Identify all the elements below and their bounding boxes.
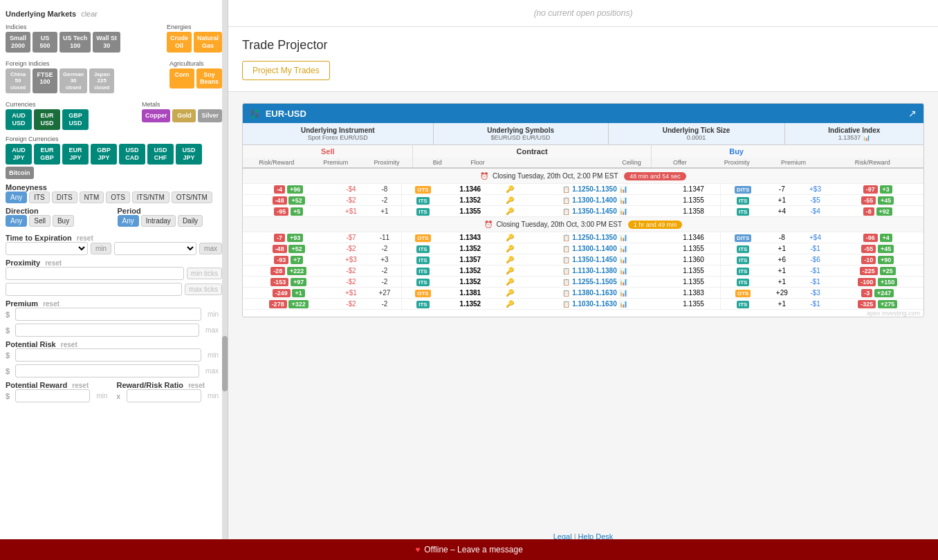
table-row: -95 +5 +$1 +1 ITS 1.1355 🔑 📋 1.1350-1.14…	[243, 206, 923, 217]
tte-label: Time to Expiration reset	[6, 234, 219, 242]
tile-usdjpy[interactable]: USDJPY	[176, 144, 202, 165]
tile-soybeans[interactable]: SoyBeans	[196, 68, 222, 89]
direction-sell[interactable]: Sell	[29, 215, 50, 227]
tile-copper[interactable]: Copper	[142, 109, 171, 122]
premium-max-label: max	[202, 325, 222, 335]
tile-crudeoil[interactable]: CrudeOil	[167, 32, 192, 53]
moneyness-ots-ntm[interactable]: OTS/NTM	[172, 192, 212, 203]
tile-gold[interactable]: Gold	[172, 109, 196, 122]
foreign-indices-tiles: China50closed FTSE100 German30closed Jap…	[6, 68, 164, 94]
premium-max-input[interactable]	[15, 324, 199, 337]
tile-japan225[interactable]: Japan225closed	[89, 68, 114, 94]
proximity-reset[interactable]: reset	[45, 259, 62, 267]
premium-min-label: min	[204, 309, 222, 319]
reward-dollar: $	[6, 392, 12, 400]
table-row: -4 +96 -$4 -8 OTS 1.1346 🔑 📋 1.1250-1.13…	[243, 184, 923, 195]
period-daily[interactable]: Daily	[178, 215, 203, 227]
tile-wallst30[interactable]: Wall St30	[93, 32, 120, 53]
moneyness-any[interactable]: Any	[6, 192, 27, 203]
proximity-label: Proximity reset	[6, 259, 219, 267]
moneyness-dits[interactable]: DITS	[52, 192, 77, 203]
table-row: -153 +97 -$2 -2 ITS 1.1352 🔑 📋 1.1255-1.…	[243, 277, 923, 288]
potential-risk-reset[interactable]: reset	[61, 341, 77, 348]
moneyness-its-ntm[interactable]: ITS/NTM	[132, 192, 169, 203]
period-any[interactable]: Any	[118, 215, 139, 227]
risk-max-input[interactable]	[15, 364, 199, 377]
direction-any[interactable]: Any	[6, 215, 27, 227]
reward-risk-label: Reward/Risk Ratio reset	[117, 381, 220, 389]
direction-buy[interactable]: Buy	[53, 215, 74, 227]
expand-icon[interactable]: ↗	[908, 108, 917, 119]
col-offer: Offer	[651, 158, 708, 168]
energies-tiles: CrudeOil NaturalGas	[167, 32, 222, 53]
clear-link[interactable]: clear	[81, 10, 98, 18]
tile-usdcad[interactable]: USDCAD	[119, 144, 145, 165]
tte-reset[interactable]: reset	[77, 234, 93, 242]
potential-risk-label: Potential Risk reset	[6, 340, 219, 348]
tile-gbpusd[interactable]: GBPUSD	[62, 109, 89, 130]
tile-silver[interactable]: Silver	[198, 109, 222, 122]
watermark: apex investing.com	[243, 310, 923, 317]
section-row-2: ⏰ Closing Tuesday, 20th Oct, 3:00 PM EST…	[243, 217, 923, 232]
risk-min-label: min	[204, 350, 222, 360]
col-underlying-instrument: Underlying Instrument Spot Forex EUR/USD	[243, 123, 433, 145]
col-buy-prox: Proximity	[708, 158, 766, 168]
proximity-max-label: max ticks	[185, 283, 222, 295]
risk-min-input[interactable]	[15, 348, 201, 362]
table-row: -278 +322 -$2 -2 ITS 1.1352 🔑 📋 1.1030-1…	[243, 299, 923, 310]
proximity-max-input[interactable]	[6, 283, 182, 296]
scrollbar-track	[222, 0, 228, 560]
scrollbar-thumb[interactable]	[222, 336, 228, 391]
tte-min-select[interactable]	[6, 242, 88, 255]
premium-min-input[interactable]	[15, 308, 201, 321]
col-underlying-symbols: Underlying Symbols $EURUSD EUR/USD	[433, 123, 608, 145]
tte-max-select[interactable]	[114, 242, 196, 255]
direction-row: Any Sell Buy	[6, 215, 111, 227]
table-row: -7 +93 -$7 -11 OTS 1.1343 🔑 📋 1.1250-1.1…	[243, 232, 923, 243]
tile-eurusd[interactable]: EURUSD	[34, 109, 60, 130]
moneyness-ntm[interactable]: NTM	[80, 192, 104, 203]
moneyness-its[interactable]: ITS	[29, 192, 50, 203]
tile-audusd[interactable]: AUDUSD	[6, 109, 32, 130]
tile-gbpjpy[interactable]: GBPJPY	[91, 144, 117, 165]
tile-ftse100[interactable]: FTSE100	[33, 68, 57, 94]
potential-reward-reset[interactable]: reset	[72, 382, 89, 389]
rr-min-input[interactable]	[127, 389, 201, 402]
col-buy-rr: Risk/Reward	[821, 158, 923, 168]
tile-eurgbp[interactable]: EURGBP	[34, 144, 60, 165]
tile-small2000[interactable]: Small2000	[6, 32, 30, 53]
tile-ustech100[interactable]: US Tech100	[59, 32, 91, 53]
tte-max-label: max	[199, 243, 222, 254]
table-header-bar: 💱 EUR-USD ↗	[243, 104, 923, 123]
moneyness-label: Moneyness	[6, 183, 219, 192]
col-floor: Floor	[461, 158, 494, 168]
heart-icon: ♥	[415, 545, 420, 554]
moneyness-ots[interactable]: OTS	[106, 192, 130, 203]
period-row: Any Intraday Daily	[118, 215, 223, 227]
sell-header: Sell	[243, 145, 413, 158]
tte-row: min max	[6, 242, 222, 255]
direction-label: Direction	[6, 207, 108, 215]
proximity-min-label: min ticks	[187, 268, 222, 279]
tile-eurjpy[interactable]: EURJPY	[62, 144, 89, 165]
premium-reset[interactable]: reset	[43, 300, 59, 308]
table-row: -93 +7 +$3 +3 ITS 1.1357 🔑 📋 1.1350-1.14…	[243, 254, 923, 265]
project-trades-button[interactable]: Project My Trades	[242, 61, 330, 80]
reward-min-input[interactable]	[15, 389, 90, 402]
tile-naturalgas[interactable]: NaturalGas	[194, 32, 222, 53]
table-row: -48 +52 -$2 -2 ITS 1.1352 🔑 📋 1.1300-1.1…	[243, 195, 923, 206]
period-intraday[interactable]: Intraday	[141, 215, 176, 227]
energies-label: Energies	[167, 24, 222, 30]
tile-china50[interactable]: China50closed	[6, 68, 30, 94]
tile-bitcoin[interactable]: Bitcoin	[6, 167, 34, 180]
tile-german30[interactable]: German30closed	[59, 68, 87, 94]
offline-bar[interactable]: ♥ Offline – Leave a message	[0, 539, 938, 560]
tile-us500[interactable]: US500	[33, 32, 57, 53]
trade-projector-title: Trade Projector	[242, 38, 924, 53]
reward-risk-reset[interactable]: reset	[188, 382, 205, 389]
tile-usdchf[interactable]: USDCHF	[147, 144, 174, 165]
tile-corn[interactable]: Corn	[169, 68, 194, 89]
tile-audjpy[interactable]: AUDJPY	[6, 144, 32, 165]
proximity-min-input[interactable]	[6, 267, 184, 280]
offline-text: Offline – Leave a message	[424, 545, 523, 554]
